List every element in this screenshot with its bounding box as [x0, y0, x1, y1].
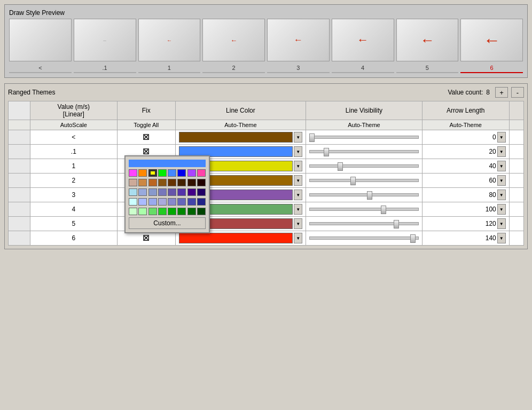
color-option[interactable] — [177, 208, 186, 215]
color-option[interactable] — [168, 208, 176, 215]
color-option[interactable] — [168, 188, 176, 196]
color-dropdown-4[interactable]: ▼ — [294, 190, 302, 200]
color-option[interactable] — [158, 179, 167, 186]
slider-track-5[interactable] — [309, 208, 418, 211]
color-option[interactable] — [168, 198, 176, 206]
color-dropdown-5[interactable]: ▼ — [294, 204, 302, 215]
custom-color-button[interactable]: Custom... — [129, 217, 206, 229]
color-option[interactable] — [197, 179, 206, 186]
slider-track-1[interactable] — [309, 150, 418, 153]
color-option[interactable] — [177, 188, 186, 196]
auto-theme-arrow-cell[interactable]: Auto-Theme — [422, 120, 509, 130]
slider-thumb-1[interactable] — [324, 148, 329, 156]
slider-thumb-2[interactable] — [338, 162, 343, 171]
color-option[interactable] — [187, 169, 196, 177]
arrow-dropdown-3[interactable]: ▼ — [497, 175, 506, 186]
row-color-0[interactable]: ▼ — [175, 130, 306, 145]
color-option[interactable] — [148, 198, 157, 206]
color-option[interactable] — [177, 169, 186, 177]
checkbox-1[interactable]: ☒ — [143, 147, 150, 156]
arrow-cell-1[interactable]: 20 ▼ — [426, 146, 506, 157]
color-option[interactable] — [138, 169, 147, 177]
color-option[interactable] — [168, 179, 176, 186]
color-option[interactable] — [197, 169, 206, 177]
color-option[interactable] — [129, 169, 137, 177]
row-fix-0[interactable]: ☒ — [117, 130, 175, 145]
row-slider-1[interactable] — [306, 145, 422, 159]
color-option[interactable] — [129, 208, 137, 215]
remove-value-button[interactable]: - — [511, 87, 524, 98]
color-dropdown-6[interactable]: ▼ — [294, 218, 302, 229]
row-slider-3[interactable] — [306, 174, 422, 188]
color-option[interactable] — [129, 179, 137, 186]
row-slider-7[interactable] — [306, 231, 422, 246]
auto-theme-color-cell[interactable]: Auto-Theme — [175, 120, 306, 130]
auto-scale-cell[interactable]: AutoScale — [30, 120, 117, 130]
checkbox-7[interactable]: ☒ — [143, 234, 150, 242]
color-option[interactable] — [177, 198, 186, 206]
slider-thumb-6[interactable] — [394, 220, 399, 228]
color-option[interactable] — [197, 198, 206, 206]
slider-thumb-5[interactable] — [381, 206, 386, 214]
slider-track-2[interactable] — [309, 164, 418, 168]
toggle-all-cell[interactable]: Toggle All — [117, 120, 175, 130]
row-slider-5[interactable] — [306, 202, 422, 217]
color-option[interactable] — [168, 169, 176, 177]
color-option[interactable] — [158, 169, 167, 177]
arrow-cell-4[interactable]: 80 ▼ — [426, 190, 506, 200]
slider-thumb-3[interactable] — [350, 177, 356, 185]
row-slider-4[interactable] — [306, 188, 422, 202]
color-dropdown-2[interactable]: ▼ — [294, 161, 302, 171]
slider-thumb-4[interactable] — [367, 191, 372, 200]
row-arrow-1[interactable]: 20 ▼ — [422, 145, 509, 159]
row-arrow-7[interactable]: 140 ▼ — [422, 231, 509, 246]
slider-track-6[interactable] — [309, 222, 418, 225]
color-option[interactable] — [177, 179, 186, 186]
arrow-dropdown-0[interactable]: ▼ — [497, 132, 506, 143]
arrow-cell-0[interactable]: 0 ▼ — [426, 132, 506, 143]
color-dropdown-7[interactable]: ▼ — [294, 233, 302, 243]
row-arrow-0[interactable]: 0 ▼ — [422, 130, 509, 145]
arrow-dropdown-4[interactable]: ▼ — [497, 190, 506, 200]
color-dropdown-1[interactable]: ▼ — [294, 146, 302, 157]
slider-thumb-0[interactable] — [309, 133, 315, 142]
color-option[interactable] — [148, 188, 157, 196]
color-option[interactable] — [138, 198, 147, 206]
arrow-dropdown-6[interactable]: ▼ — [497, 218, 506, 229]
color-option[interactable] — [158, 208, 167, 215]
row-slider-2[interactable] — [306, 159, 422, 174]
color-option[interactable] — [197, 188, 206, 196]
slider-track-0[interactable] — [309, 136, 418, 139]
color-swatch-0[interactable] — [179, 132, 293, 143]
slider-track-7[interactable] — [309, 236, 418, 240]
row-arrow-4[interactable]: 80 ▼ — [422, 188, 509, 202]
color-option[interactable] — [138, 188, 147, 196]
color-option[interactable] — [148, 179, 157, 186]
color-option[interactable] — [187, 198, 196, 206]
arrow-cell-6[interactable]: 120 ▼ — [426, 218, 506, 229]
arrow-cell-3[interactable]: 60 ▼ — [426, 175, 506, 186]
color-option[interactable] — [138, 208, 147, 215]
arrow-cell-7[interactable]: 140 ▼ — [426, 233, 506, 243]
color-cell-7[interactable]: ▼ — [179, 233, 303, 243]
checkbox-0[interactable]: ☒ — [143, 133, 150, 141]
arrow-dropdown-7[interactable]: ▼ — [497, 233, 506, 243]
color-dropdown-0[interactable]: ▼ — [294, 132, 302, 143]
arrow-dropdown-1[interactable]: ▼ — [497, 146, 506, 157]
color-picker-popup[interactable]: Custom... — [124, 155, 210, 233]
color-swatch-7[interactable] — [179, 233, 293, 243]
color-option[interactable] — [148, 169, 157, 177]
color-option[interactable] — [129, 188, 137, 196]
row-arrow-5[interactable]: 100 ▼ — [422, 202, 509, 217]
slider-track-3[interactable] — [309, 179, 418, 182]
arrow-cell-2[interactable]: 40 ▼ — [426, 161, 506, 171]
color-option[interactable] — [148, 208, 157, 215]
row-arrow-6[interactable]: 120 ▼ — [422, 217, 509, 231]
row-arrow-3[interactable]: 60 ▼ — [422, 174, 509, 188]
color-option[interactable] — [187, 188, 196, 196]
color-option[interactable] — [187, 208, 196, 215]
arrow-dropdown-5[interactable]: ▼ — [497, 204, 506, 215]
color-option[interactable] — [158, 198, 167, 206]
auto-theme-visibility-cell[interactable]: Auto-Theme — [306, 120, 422, 130]
color-option[interactable] — [158, 188, 167, 196]
